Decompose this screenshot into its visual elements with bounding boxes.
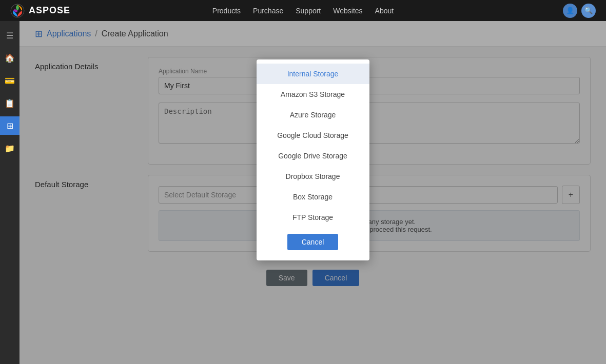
modal-item-internal-storage[interactable]: Internal Storage <box>257 64 369 84</box>
nav-products[interactable]: Products <box>212 7 241 15</box>
search-button[interactable]: 🔍 <box>581 4 596 18</box>
search-icon: 🔍 <box>584 7 593 14</box>
modal-item-ftp[interactable]: FTP Storage <box>257 207 369 228</box>
billing-icon: 💳 <box>5 76 15 86</box>
sidebar-item-home[interactable]: 🏠 <box>0 49 19 67</box>
sidebar: ☰ 🏠 💳 📋 ⊞ 📁 <box>0 21 19 364</box>
modal-cancel-button[interactable]: Cancel <box>287 234 339 250</box>
modal-overlay: Internal Storage Amazon S3 Storage Azure… <box>19 21 606 364</box>
apps-icon: ⊞ <box>7 121 13 131</box>
navbar-actions: 👤 🔍 <box>563 4 596 18</box>
sidebar-item-billing[interactable]: 💳 <box>0 71 19 90</box>
navbar: ASPOSE Products Purchase Support Website… <box>0 0 606 21</box>
brand-name: ASPOSE <box>29 5 70 16</box>
layers-icon: 📋 <box>5 98 15 108</box>
modal-footer: Cancel <box>257 228 369 256</box>
modal-item-amazon-s3[interactable]: Amazon S3 Storage <box>257 84 369 105</box>
main-layout: ☰ 🏠 💳 📋 ⊞ 📁 ⊞ Applications / Create Appl… <box>0 21 606 364</box>
menu-icon: ☰ <box>6 31 13 41</box>
nav-links: Products Purchase Support Websites About <box>212 7 394 15</box>
sidebar-item-files[interactable]: 📁 <box>0 139 19 157</box>
home-icon: 🏠 <box>5 53 15 63</box>
user-icon: 👤 <box>566 7 574 14</box>
user-avatar-button[interactable]: 👤 <box>563 4 577 18</box>
main-content: ⊞ Applications / Create Application Appl… <box>19 21 606 364</box>
nav-websites[interactable]: Websites <box>333 7 362 15</box>
sidebar-item-layers[interactable]: 📋 <box>0 94 19 112</box>
brand: ASPOSE <box>10 4 70 18</box>
modal-item-google-cloud[interactable]: Google Cloud Storage <box>257 125 369 146</box>
storage-type-modal: Internal Storage Amazon S3 Storage Azure… <box>257 59 369 260</box>
aspose-logo <box>10 4 25 18</box>
modal-item-google-drive[interactable]: Google Drive Storage <box>257 146 369 166</box>
modal-item-azure[interactable]: Azure Storage <box>257 105 369 125</box>
nav-support[interactable]: Support <box>296 7 321 15</box>
nav-purchase[interactable]: Purchase <box>253 7 283 15</box>
sidebar-item-apps[interactable]: ⊞ <box>0 116 19 135</box>
sidebar-menu-toggle[interactable]: ☰ <box>0 26 19 45</box>
modal-item-box[interactable]: Box Storage <box>257 187 369 207</box>
nav-about[interactable]: About <box>375 7 394 15</box>
files-icon: 📁 <box>5 144 15 153</box>
modal-item-dropbox[interactable]: Dropbox Storage <box>257 166 369 187</box>
